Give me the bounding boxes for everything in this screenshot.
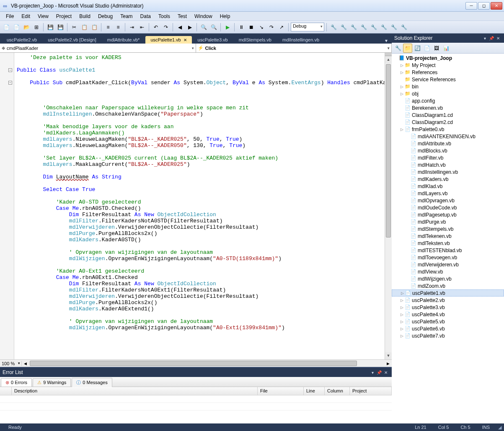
- panel-close-icon[interactable]: ✕: [495, 36, 501, 41]
- code-editor[interactable]: −− 'Deze palette is voor KADERS Public C…: [0, 53, 392, 359]
- menu-view[interactable]: View: [34, 13, 52, 20]
- tree-node[interactable]: 📄mdlPagesetup.vb: [392, 211, 504, 218]
- save-icon[interactable]: 💾: [46, 23, 55, 32]
- menu-window[interactable]: Window: [191, 13, 216, 20]
- fold-toggle-icon[interactable]: −: [8, 68, 12, 72]
- maximize-button[interactable]: ◻: [478, 2, 490, 10]
- step-out-icon[interactable]: ↗: [277, 23, 286, 32]
- tree-node[interactable]: 📁Service References: [392, 76, 504, 83]
- add-item-icon[interactable]: ⊞: [32, 23, 41, 32]
- expand-icon[interactable]: ▷: [399, 334, 404, 338]
- col-column[interactable]: Column: [325, 387, 350, 395]
- doc-tab[interactable]: uscPalette2.vb [Design]: [43, 36, 101, 44]
- refresh-icon[interactable]: 🔄: [413, 44, 422, 53]
- cut-icon[interactable]: ✂: [70, 23, 79, 32]
- tree-node[interactable]: ▷📄uscPalette5.vb: [392, 318, 504, 325]
- stop-icon[interactable]: ⏹: [247, 23, 256, 32]
- tree-node[interactable]: 📄mdlHatch.vb: [392, 161, 504, 168]
- col-line[interactable]: Line: [304, 387, 325, 395]
- comment-icon[interactable]: ≡: [103, 23, 113, 32]
- tree-node[interactable]: 📄mdlTeksten.vb: [392, 240, 504, 247]
- start-debug-icon[interactable]: ▶: [223, 23, 232, 32]
- pin-icon[interactable]: 📌: [488, 36, 495, 41]
- extra-tool-8-icon[interactable]: 🔧: [399, 23, 408, 32]
- nav-back-icon[interactable]: ◀: [175, 23, 184, 32]
- pin-icon[interactable]: 📌: [376, 370, 383, 375]
- tree-node[interactable]: ▷📄frmPalette0.vb: [392, 126, 504, 133]
- menu-help[interactable]: Help: [217, 13, 234, 20]
- tree-node[interactable]: 📄mdlInstellingen.vb: [392, 168, 504, 175]
- find-in-files-icon[interactable]: 🔍: [209, 23, 218, 32]
- tree-node[interactable]: ▷📄uscPalette2.vb: [392, 297, 504, 304]
- tree-node[interactable]: ▷📄uscPalette1.vb: [392, 289, 504, 297]
- tree-node[interactable]: 📄mdlAttribute.vb: [392, 140, 504, 147]
- break-icon[interactable]: ⏸: [237, 23, 246, 32]
- find-icon[interactable]: 🔍: [199, 23, 208, 32]
- doc-tab[interactable]: uscPalette2.vb: [2, 36, 42, 44]
- paste-icon[interactable]: 📋: [90, 23, 99, 32]
- view-designer-icon[interactable]: 🖼: [432, 44, 441, 53]
- tree-node[interactable]: 📄mdlTekenen.vb: [392, 232, 504, 240]
- nav-fwd-icon[interactable]: ▶: [185, 23, 194, 32]
- vertical-scrollbar[interactable]: ▲ ▼: [385, 53, 392, 359]
- outdent-icon[interactable]: ⇤: [137, 23, 147, 32]
- panel-menu-icon[interactable]: ▾: [481, 36, 488, 41]
- tree-node[interactable]: 📄mdlFilter.vb: [392, 154, 504, 161]
- tree-node[interactable]: ▷📄uscPalette3.vb: [392, 304, 504, 311]
- extra-tool-6-icon[interactable]: 🔧: [379, 23, 388, 32]
- error-row[interactable]: [0, 395, 392, 403]
- menu-build[interactable]: Build: [76, 13, 94, 20]
- properties-icon[interactable]: 🔧: [393, 44, 403, 53]
- error-row[interactable]: [0, 403, 392, 410]
- tree-node[interactable]: 📄mdlToevoegen.vb: [392, 254, 504, 261]
- tree-node[interactable]: 📄mdlOpvragen.vb: [392, 197, 504, 204]
- tree-node[interactable]: 📄ClassDiagram2.cd: [392, 119, 504, 126]
- tree-node[interactable]: ▷📁bin: [392, 83, 504, 90]
- tree-node[interactable]: 📄mdlKlad.vb: [392, 183, 504, 190]
- scroll-down-icon[interactable]: ▼: [385, 352, 392, 359]
- scroll-left-icon[interactable]: ◀: [22, 361, 29, 366]
- expand-icon[interactable]: ▷: [399, 305, 404, 310]
- tree-node[interactable]: 📄mdlLayers.vb: [392, 190, 504, 197]
- expand-icon[interactable]: ▷: [399, 70, 404, 75]
- expand-icon[interactable]: ▷: [399, 320, 404, 324]
- extra-tool-1-icon[interactable]: 🔧: [329, 23, 338, 32]
- tree-node[interactable]: 📄mdlTESTENblad.vb: [392, 247, 504, 254]
- tree-node[interactable]: 📄mdlZoom.vb: [392, 282, 504, 289]
- doc-tab[interactable]: mdlAttribute.vb*: [102, 36, 145, 44]
- expand-icon[interactable]: ▷: [399, 63, 404, 67]
- expand-icon[interactable]: ▷: [399, 127, 404, 132]
- close-button[interactable]: ✕: [491, 2, 502, 10]
- doc-tab[interactable]: mdlInstellingen.vb: [277, 36, 324, 44]
- menu-test[interactable]: Test: [174, 13, 190, 20]
- undo-icon[interactable]: ↶: [151, 23, 160, 32]
- splitter-handle[interactable]: [385, 53, 392, 56]
- expand-icon[interactable]: ▷: [399, 312, 404, 317]
- extra-tool-3-icon[interactable]: 🔧: [349, 23, 358, 32]
- tree-node[interactable]: ▷📁obj: [392, 90, 504, 97]
- extra-tool-7-icon[interactable]: 🔧: [389, 23, 398, 32]
- solution-tree[interactable]: 📘VB-projecten_Joop▷📁My Project▷📁Referenc…: [392, 54, 504, 423]
- member-combo[interactable]: ⚡Click: [196, 44, 392, 52]
- step-into-icon[interactable]: ↘: [257, 23, 266, 32]
- menu-debug[interactable]: Debug: [95, 13, 116, 20]
- hscroll-thumb[interactable]: [30, 361, 357, 366]
- col-file[interactable]: File: [258, 387, 304, 395]
- minimize-button[interactable]: ─: [465, 2, 477, 10]
- extra-tool-2-icon[interactable]: 🔧: [339, 23, 348, 32]
- tree-node[interactable]: 📘VB-projecten_Joop: [392, 54, 504, 62]
- extra-tool-4-icon[interactable]: 🔧: [359, 23, 368, 32]
- open-icon[interactable]: 📂: [22, 23, 31, 32]
- hscroll-track[interactable]: [29, 360, 385, 367]
- expand-icon[interactable]: ▷: [399, 298, 404, 302]
- menu-tools[interactable]: Tools: [155, 13, 173, 20]
- doc-tab[interactable]: mdlStempels.vb: [234, 36, 277, 44]
- messages-tab[interactable]: ⓘ0 Messages: [72, 378, 112, 387]
- tree-node[interactable]: ▷📄uscPalette7.vb: [392, 332, 504, 339]
- menu-team[interactable]: Team: [117, 13, 136, 20]
- view-code-icon[interactable]: 📄: [422, 44, 432, 53]
- fold-toggle-icon[interactable]: −: [8, 81, 12, 85]
- new-project-icon[interactable]: 📄: [2, 23, 11, 32]
- save-all-icon[interactable]: 💾: [56, 23, 65, 32]
- tree-node[interactable]: 📄mdlBlocks.vb: [392, 147, 504, 154]
